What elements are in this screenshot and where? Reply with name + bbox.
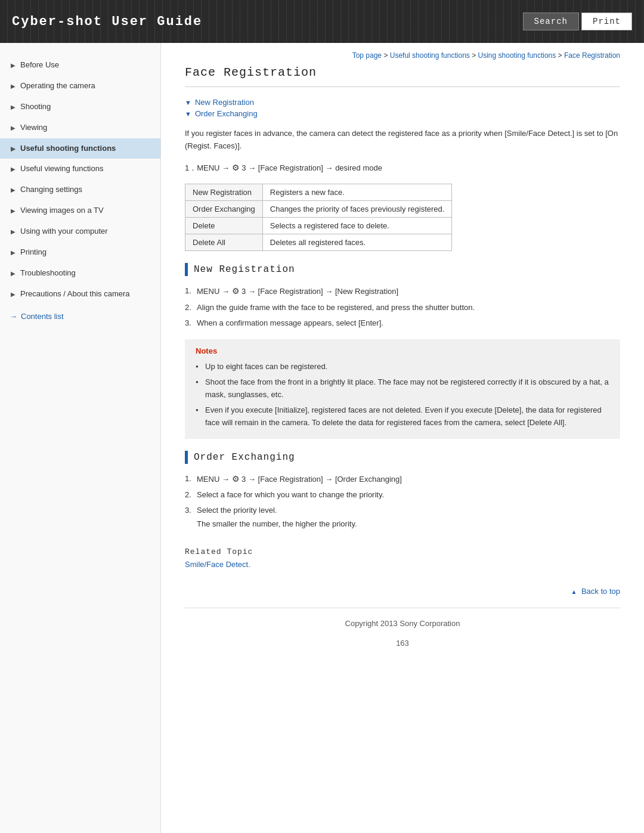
notes-list: Up to eight faces can be registered. Sho… [196,360,609,429]
related-topic: Related Topic Smile/Face Detect. [185,547,620,569]
triangle-icon: ▼ [185,99,191,106]
table-cell-col1: Delete All [185,234,263,251]
back-to-top-label: Back to top [581,587,620,596]
registration-table: New Registration Registers a new face. O… [185,184,452,251]
table-cell-col1: Order Exchanging [185,201,263,218]
table-cell-col2: Deletes all registered faces. [262,234,452,251]
breadcrumb-using-shooting[interactable]: Using shooting functions [478,51,556,60]
sidebar-item-label: Printing [20,247,47,258]
table-cell-col1: New Registration [185,184,263,201]
arrow-icon: ▶ [11,61,16,69]
print-button[interactable]: Print [581,13,632,30]
order-exchanging-steps: MENU → ⚙ 3 → [Face Registration] → [Orde… [185,472,620,531]
arrow-icon: ▶ [11,186,16,194]
sidebar-item-precautions[interactable]: ▶ Precautions / About this camera [0,284,160,305]
sidebar-item-shooting[interactable]: ▶ Shooting [0,97,160,117]
arrow-icon: ▶ [11,165,16,173]
arrow-icon: ▶ [11,103,16,111]
breadcrumb: Top page > Useful shooting functions > U… [185,43,620,66]
notes-box: Notes Up to eight faces can be registere… [185,339,620,438]
table-cell-col2: Changes the priority of faces previously… [262,201,452,218]
step-1-text: 1．MENU → ⚙ 3 → [Face Registration] → des… [185,161,620,175]
breadcrumb-top[interactable]: Top page [352,51,382,60]
sidebar-item-operating[interactable]: ▶ Operating the camera [0,76,160,97]
table-cell-col1: Delete [185,218,263,234]
sidebar-item-changing-settings[interactable]: ▶ Changing settings [0,179,160,200]
order-exchanging-heading: Order Exchanging [185,451,620,464]
sidebar: ▶ Before Use ▶ Operating the camera ▶ Sh… [0,43,161,833]
page-layout: ▶ Before Use ▶ Operating the camera ▶ Sh… [0,43,644,833]
list-item: MENU → ⚙ 3 → [Face Registration] → [Orde… [185,472,620,487]
sidebar-item-printing[interactable]: ▶ Printing [0,242,160,263]
sidebar-item-useful-shooting[interactable]: ▶ Useful shooting functions [0,138,160,159]
breadcrumb-face-registration[interactable]: Face Registration [564,51,620,60]
list-item: Even if you execute [Initialize], regist… [196,404,609,429]
sidebar-item-label: Using with your computer [20,227,108,237]
triangle-up-icon: ▲ [571,589,577,595]
list-item: Align the guide frame with the face to b… [185,301,620,314]
back-to-top[interactable]: ▲ Back to top [185,587,620,596]
sidebar-item-before-use[interactable]: ▶ Before Use [0,55,160,76]
new-registration-heading: New Registration [185,263,620,276]
arrow-icon: ▶ [11,124,16,132]
arrow-icon: ▶ [11,145,16,153]
copyright-text: Copyright 2013 Sony Corporation [345,619,460,628]
table-row: Delete All Deletes all registered faces. [185,234,452,251]
list-item: Shoot the face from the front in a brigh… [196,376,609,401]
arrow-icon: ▶ [11,207,16,215]
sidebar-item-useful-viewing[interactable]: ▶ Useful viewing functions [0,159,160,179]
link-new-registration[interactable]: ▼ New Registration [185,98,620,107]
sidebar-item-viewing[interactable]: ▶ Viewing [0,117,160,138]
contents-list-label: Contents list [21,312,64,321]
header-buttons: Search Print [523,13,632,30]
section-heading-label: Order Exchanging [194,452,295,463]
sidebar-item-troubleshooting[interactable]: ▶ Troubleshooting [0,263,160,284]
sidebar-item-label: Useful viewing functions [20,164,103,174]
related-topic-label: Related Topic [185,547,620,556]
section-bar-icon [185,263,188,276]
arrow-icon: ▶ [11,290,16,298]
breadcrumb-useful-shooting[interactable]: Useful shooting functions [390,51,470,60]
list-item: Select the priority level. The smaller t… [185,504,620,530]
sidebar-item-label: Changing settings [20,185,82,195]
back-to-top-link[interactable]: ▲ Back to top [571,587,620,596]
search-button[interactable]: Search [523,13,579,30]
related-topic-link[interactable]: Smile/Face Detect. [185,560,250,569]
page-number: 163 [185,634,620,657]
table-cell-col2: Registers a new face. [262,184,452,201]
table-row: Order Exchanging Changes the priority of… [185,201,452,218]
sidebar-item-label: Precautions / About this camera [20,289,130,299]
sidebar-item-label: Operating the camera [20,81,95,91]
contents-list-link[interactable]: → Contents list [0,305,160,328]
arrow-right-icon: → [10,312,17,321]
link-label: Order Exchanging [195,109,258,118]
arrow-icon: ▶ [11,249,16,256]
sidebar-item-label: Viewing [20,123,47,133]
list-item: Up to eight faces can be registered. [196,360,609,373]
sidebar-item-label: Useful shooting functions [20,144,116,154]
app-title: Cyber-shot User Guide [12,14,202,29]
notes-title: Notes [196,346,609,355]
new-registration-steps: MENU → ⚙ 3 → [Face Registration] → [New … [185,284,620,330]
header: Cyber-shot User Guide Search Print [0,0,644,43]
list-item: MENU → ⚙ 3 → [Face Registration] → [New … [185,284,620,299]
sidebar-item-label: Before Use [20,60,59,70]
list-item: When a confirmation message appears, sel… [185,317,620,330]
arrow-icon: ▶ [11,228,16,236]
sidebar-item-computer[interactable]: ▶ Using with your computer [0,221,160,242]
section-heading-label: New Registration [194,264,295,275]
link-order-exchanging[interactable]: ▼ Order Exchanging [185,109,620,118]
arrow-icon: ▶ [11,270,16,277]
list-item: Select a face for which you want to chan… [185,488,620,501]
main-content: Top page > Useful shooting functions > U… [161,43,644,833]
table-cell-col2: Selects a registered face to delete. [262,218,452,234]
sidebar-item-viewing-tv[interactable]: ▶ Viewing images on a TV [0,200,160,221]
sidebar-item-label: Troubleshooting [20,268,76,278]
table-row: New Registration Registers a new face. [185,184,452,201]
section-links: ▼ New Registration ▼ Order Exchanging [185,98,620,118]
arrow-icon: ▶ [11,82,16,90]
link-label: New Registration [195,98,254,107]
section-bar-icon [185,451,188,464]
footer: Copyright 2013 Sony Corporation [185,608,620,634]
triangle-icon: ▼ [185,110,191,117]
